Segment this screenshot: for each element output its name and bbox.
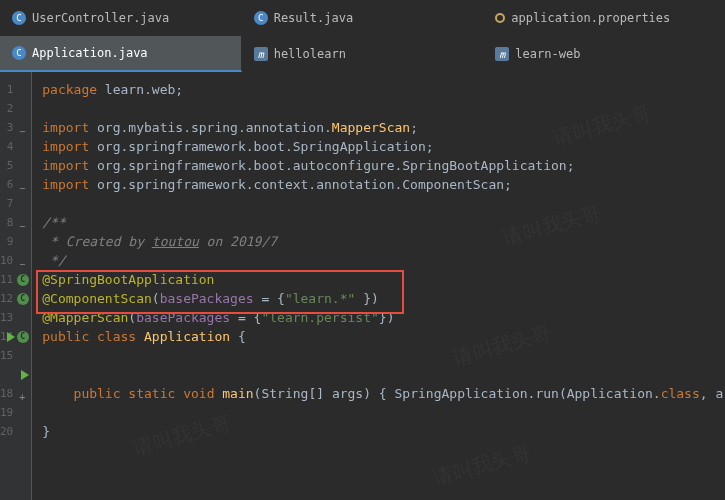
tab-label: UserController.java: [32, 11, 169, 25]
code-line: [32, 403, 725, 422]
code-line: import org.springframework.boot.SpringAp…: [32, 137, 725, 156]
code-area[interactable]: package learn.web; import org.mybatis.sp…: [31, 72, 725, 500]
code-line: [32, 346, 725, 365]
code-line: import org.springframework.context.annot…: [32, 175, 725, 194]
code-line: import org.springframework.boot.autoconf…: [32, 156, 725, 175]
maven-icon: m: [254, 47, 268, 61]
run-icon[interactable]: [7, 332, 15, 342]
props-icon: [495, 13, 505, 23]
tab-learn-web[interactable]: m learn-web: [483, 36, 725, 72]
code-line: /**: [32, 213, 725, 232]
class-gutter-icon[interactable]: [17, 274, 29, 286]
tab-properties[interactable]: application.properties: [483, 0, 725, 36]
code-line: public class Application {: [32, 327, 725, 346]
tab-label: Application.java: [32, 46, 148, 60]
code-line: @MapperScan(basePackages = {"learn.persi…: [32, 308, 725, 327]
fold-icon[interactable]: [19, 256, 29, 266]
tab-usercontroller[interactable]: C UserController.java: [0, 0, 242, 36]
line-number: 20: [0, 422, 31, 441]
class-gutter-icon[interactable]: [17, 331, 29, 343]
fold-icon[interactable]: [19, 180, 29, 190]
code-line: * Created by toutou on 2019/7: [32, 232, 725, 251]
tab-hellolearn[interactable]: m hellolearn: [242, 36, 484, 72]
tab-label: application.properties: [511, 11, 670, 25]
gutter: 1 2 3 4 5 6 7 8 9 10 11 12 13 14 15 18 1…: [0, 72, 31, 500]
fold-icon[interactable]: [19, 218, 29, 228]
tab-result[interactable]: C Result.java: [242, 0, 484, 36]
class-gutter-icon[interactable]: [17, 293, 29, 305]
editor-area: 1 2 3 4 5 6 7 8 9 10 11 12 13 14 15 18 1…: [0, 72, 725, 500]
tab-label: Result.java: [274, 11, 353, 25]
code-line: import org.mybatis.spring.annotation.Map…: [32, 118, 725, 137]
tab-label: learn-web: [515, 47, 580, 61]
code-line: [32, 194, 725, 213]
code-line: @SpringBootApplication: [32, 270, 725, 289]
code-line: public static void main(String[] args) {…: [32, 384, 725, 403]
code-line: */: [32, 251, 725, 270]
code-line: package learn.web;: [32, 80, 725, 99]
code-line: [32, 99, 725, 118]
code-line: }: [32, 422, 725, 441]
tab-application[interactable]: C Application.java: [0, 36, 242, 72]
maven-icon: m: [495, 47, 509, 61]
watermark: 请叫我头哥: [430, 440, 534, 492]
code-line: [32, 365, 725, 384]
java-icon: C: [12, 11, 26, 25]
java-icon: C: [254, 11, 268, 25]
line-number: 19: [0, 403, 31, 422]
java-icon: C: [12, 46, 26, 60]
code-line: @ComponentScan(basePackages = {"learn.*"…: [32, 289, 725, 308]
fold-icon[interactable]: [19, 123, 29, 133]
run-icon[interactable]: [21, 370, 29, 380]
fold-expand-icon[interactable]: [19, 389, 29, 399]
tab-label: hellolearn: [274, 47, 346, 61]
